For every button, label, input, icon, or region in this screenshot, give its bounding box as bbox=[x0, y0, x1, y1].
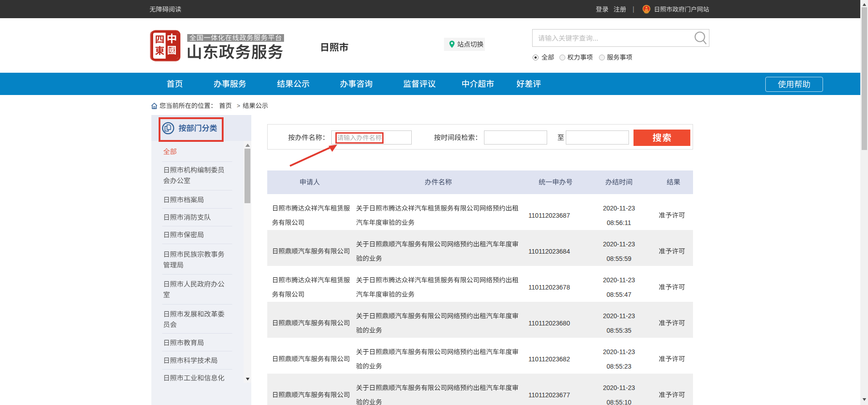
svg-text:2020-11-23: 2020-11-23 bbox=[603, 348, 635, 355]
svg-text:08:55:47: 08:55:47 bbox=[607, 291, 632, 298]
svg-text:110112023687: 110112023687 bbox=[529, 212, 570, 219]
svg-text:2020-11-23: 2020-11-23 bbox=[603, 205, 635, 212]
svg-text:110112023682: 110112023682 bbox=[529, 355, 570, 363]
svg-text:08:55:23: 08:55:23 bbox=[607, 363, 632, 370]
svg-text:>: > bbox=[237, 102, 240, 109]
svg-text:2020-11-23: 2020-11-23 bbox=[603, 276, 635, 284]
svg-text:08:56:11: 08:56:11 bbox=[607, 219, 631, 226]
svg-text:110112023678: 110112023678 bbox=[529, 284, 570, 291]
